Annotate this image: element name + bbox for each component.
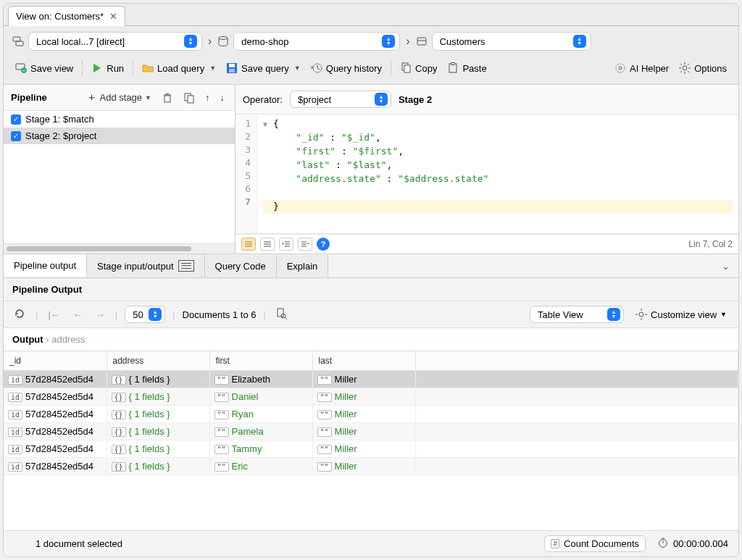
tab-label: Pipeline output — [14, 260, 76, 271]
table-cell-blank — [415, 423, 738, 440]
tab-pipeline-output[interactable]: Pipeline output — [4, 254, 87, 277]
table-row[interactable]: id57d28452ed5d4{}{ 1 fields }""Pamela""M… — [4, 423, 738, 440]
customize-view-button[interactable]: Customize view ▼ — [631, 306, 731, 323]
next-page-button[interactable]: → — [93, 308, 108, 322]
table-cell[interactable]: {}{ 1 fields } — [107, 388, 209, 406]
table-cell[interactable]: id57d28452ed5d4 — [4, 440, 107, 458]
save-view-button[interactable]: + Save view — [11, 59, 78, 77]
table-cell[interactable]: ""Tammy — [209, 440, 312, 458]
collection-select[interactable]: Customers ▲▼ — [432, 32, 591, 51]
table-cell[interactable]: id57d28452ed5d4 — [4, 371, 107, 388]
table-cell[interactable]: ""Ryan — [209, 406, 312, 423]
move-down-button[interactable]: ↓ — [217, 91, 228, 104]
code-editor[interactable]: 1234567 ▼{ "_id" : "$_id", "first" : "$f… — [235, 114, 738, 234]
editor-header: Operator: $project ▲▼ Stage 2 — [235, 85, 738, 114]
stage-checkbox[interactable]: ✓ — [11, 131, 21, 141]
table-row[interactable]: id57d28452ed5d4{}{ 1 fields }""Eric""Mil… — [4, 458, 738, 475]
document-tab[interactable]: View on: Customers* ✕ — [8, 6, 125, 26]
type-badge: {} — [112, 410, 126, 419]
table-cell[interactable]: ""Eric — [209, 458, 312, 475]
indent-left-button[interactable] — [279, 238, 293, 251]
svg-marker-41 — [282, 243, 284, 244]
format-highlight-button[interactable] — [241, 238, 256, 251]
tab-explain[interactable]: Explain — [277, 255, 329, 277]
column-header[interactable]: last — [312, 351, 415, 371]
table-cell[interactable]: id57d28452ed5d4 — [4, 458, 107, 475]
column-header[interactable]: first — [209, 351, 312, 371]
view-mode-select[interactable]: Table View ▲▼ — [530, 306, 624, 323]
folder-icon — [142, 62, 154, 74]
ai-helper-button[interactable]: AI Helper — [610, 59, 673, 77]
move-up-button[interactable]: ↑ — [202, 91, 213, 104]
cell-value: Pamela — [232, 426, 264, 437]
svg-line-24 — [680, 64, 682, 65]
table-row[interactable]: id57d28452ed5d4{}{ 1 fields }""Tammy""Mi… — [4, 440, 738, 458]
indent-right-button[interactable] — [298, 238, 312, 251]
cell-value: Miller — [335, 426, 357, 437]
code-content[interactable]: ▼{ "_id" : "$_id", "first" : "$first", "… — [257, 114, 738, 233]
table-cell[interactable]: {}{ 1 fields } — [107, 458, 209, 475]
count-documents-button[interactable]: # Count Documents — [544, 535, 646, 552]
tab-stage-io[interactable]: Stage input/output — [87, 254, 205, 277]
cell-value: { 1 fields } — [129, 391, 170, 402]
cursor-position: Lin 7, Col 2 — [688, 239, 733, 249]
tab-label: Query Code — [215, 261, 266, 272]
table-row[interactable]: id57d28452ed5d4{}{ 1 fields }""Elizabeth… — [4, 371, 738, 388]
options-button[interactable]: Options — [675, 59, 731, 77]
format-plain-button[interactable] — [260, 238, 275, 251]
stage-item[interactable]: ✓Stage 1: $match — [4, 111, 235, 128]
operator-select[interactable]: $project ▲▼ — [290, 91, 391, 108]
table-cell[interactable]: ""Pamela — [209, 423, 312, 440]
table-cell[interactable]: {}{ 1 fields } — [107, 423, 209, 440]
close-icon[interactable]: ✕ — [109, 11, 117, 22]
table-cell[interactable]: {}{ 1 fields } — [107, 406, 209, 423]
paste-button[interactable]: Paste — [443, 59, 491, 77]
first-page-button[interactable]: |← — [45, 308, 62, 322]
copy-button[interactable]: Copy — [396, 59, 441, 77]
table-cell[interactable]: ""Miller — [312, 423, 415, 440]
column-header[interactable]: address — [107, 351, 209, 371]
operator-label: Operator: — [243, 94, 283, 105]
table-cell[interactable]: ""Miller — [312, 371, 415, 388]
table-cell[interactable]: ""Miller — [312, 388, 415, 406]
svg-rect-16 — [451, 63, 454, 65]
table-cell[interactable]: ""Daniel — [209, 388, 312, 406]
save-query-button[interactable]: Save query ▼ — [222, 59, 305, 77]
table-cell[interactable]: ""Miller — [312, 458, 415, 475]
connection-select[interactable]: Local local...7 [direct] ▲▼ — [28, 32, 202, 51]
table-cell[interactable]: id57d28452ed5d4 — [4, 388, 107, 406]
add-stage-button[interactable]: ＋ Add stage ▼ — [83, 89, 154, 106]
horizontal-scrollbar[interactable] — [4, 243, 235, 254]
delete-stage-button[interactable] — [159, 91, 176, 105]
table-cell[interactable]: ""Miller — [312, 406, 415, 423]
table-cell[interactable]: {}{ 1 fields } — [107, 440, 209, 458]
table-cell[interactable]: {}{ 1 fields } — [107, 371, 209, 388]
copy-icon — [400, 62, 412, 74]
load-query-button[interactable]: Load query ▼ — [138, 59, 220, 77]
prev-page-button[interactable]: ← — [70, 308, 86, 322]
stage-checkbox[interactable]: ✓ — [11, 114, 21, 125]
query-history-button[interactable]: Query history — [307, 59, 386, 77]
table-cell[interactable]: ""Elizabeth — [209, 371, 312, 388]
refresh-button[interactable] — [11, 306, 28, 323]
connection-icon — [12, 35, 24, 47]
type-badge: {} — [112, 462, 126, 472]
find-button[interactable] — [273, 306, 291, 323]
stage-item[interactable]: ✓Stage 2: $project — [4, 128, 235, 144]
page-size-select[interactable]: 50 ▲▼ — [125, 306, 165, 323]
table-cell[interactable]: id57d28452ed5d4 — [4, 423, 107, 440]
tab-query-code[interactable]: Query Code — [205, 255, 277, 277]
column-header[interactable]: _id — [4, 351, 107, 371]
table-row[interactable]: id57d28452ed5d4{}{ 1 fields }""Ryan""Mil… — [4, 406, 738, 423]
result-grid[interactable]: _idaddressfirstlast id57d28452ed5d4{}{ 1… — [4, 351, 738, 531]
run-button[interactable]: Run — [87, 59, 128, 77]
caret-down-icon: ▼ — [209, 64, 216, 72]
table-row[interactable]: id57d28452ed5d4{}{ 1 fields }""Daniel""M… — [4, 388, 738, 406]
duplicate-stage-button[interactable] — [180, 91, 198, 105]
help-icon[interactable]: ? — [317, 238, 330, 251]
collapse-button[interactable]: ⌄ — [713, 261, 738, 272]
table-cell[interactable]: id57d28452ed5d4 — [4, 406, 107, 423]
table-cell[interactable]: ""Miller — [312, 440, 415, 458]
operator-value: $project — [298, 94, 331, 105]
database-select[interactable]: demo-shop ▲▼ — [233, 32, 400, 51]
